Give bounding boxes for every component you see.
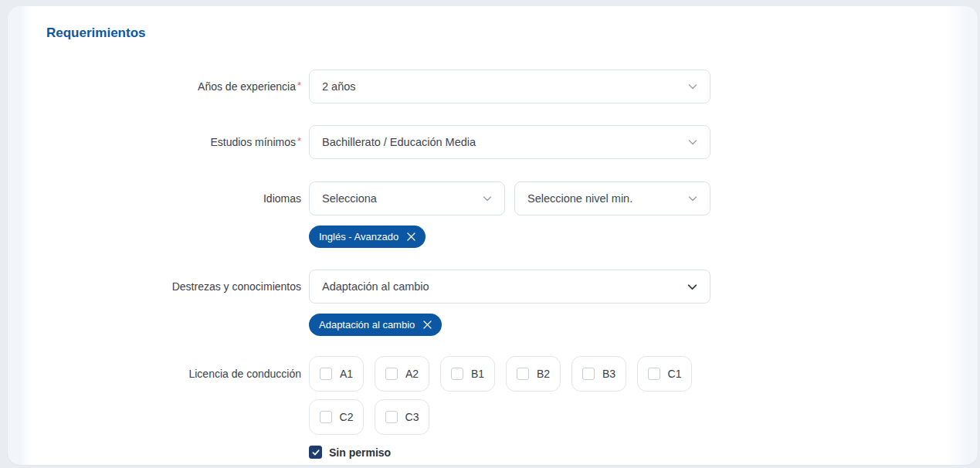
language-level-placeholder: Seleccione nivel min. (527, 192, 632, 205)
checkbox-icon (451, 368, 463, 380)
language-select[interactable]: Selecciona (309, 181, 505, 215)
license-option-b2[interactable]: B2 (506, 356, 561, 392)
checkbox-icon (648, 368, 660, 380)
languages-row: Idiomas Selecciona Seleccione nivel min. (8, 181, 978, 215)
checkbox-icon (517, 368, 529, 380)
skill-tag-label: Adaptación al cambio (319, 314, 415, 336)
experience-select[interactable]: 2 años (309, 70, 710, 103)
skill-tag: Adaptación al cambio (309, 314, 442, 336)
education-value: Bachillerato / Educación Media (322, 136, 476, 148)
license-options-row-2: C2 C3 (309, 399, 978, 435)
license-label: Licencia de conducción (8, 367, 309, 381)
checked-checkbox-icon[interactable] (309, 446, 322, 459)
checkbox-icon (320, 368, 332, 380)
skills-tags: Adaptación al cambio (309, 314, 978, 336)
chevron-down-icon (687, 192, 699, 205)
license-option-c1[interactable]: C1 (637, 356, 692, 392)
license-option-a2[interactable]: A2 (375, 356, 429, 392)
license-option-b3[interactable]: B3 (571, 356, 626, 392)
language-tag: Inglés - Avanzado (309, 226, 426, 248)
requirements-form: Años de experiencia* 2 años Estudios mín… (8, 70, 978, 459)
education-row: Estudios mínimos* Bachillerato / Educaci… (8, 125, 978, 159)
experience-row: Años de experiencia* 2 años (8, 70, 978, 103)
license-option-a1[interactable]: A1 (309, 356, 364, 392)
chevron-down-icon (687, 136, 699, 148)
no-permit-label: Sin permiso (329, 446, 391, 459)
remove-tag-icon[interactable] (422, 319, 433, 331)
language-tag-label: Inglés - Avanzado (319, 226, 398, 248)
language-placeholder: Selecciona (322, 192, 377, 205)
checkbox-icon (582, 368, 595, 380)
experience-value: 2 años (322, 80, 356, 93)
checkbox-icon (385, 411, 398, 423)
checkbox-icon (385, 368, 398, 380)
experience-label: Años de experiencia* (8, 80, 309, 94)
chevron-down-icon (687, 80, 699, 93)
required-asterisk: * (297, 80, 301, 91)
requirements-card: Requerimientos Años de experiencia* 2 añ… (8, 6, 978, 465)
license-option-c3[interactable]: C3 (375, 399, 429, 435)
skills-row: Destrezas y conocimientos Adaptación al … (8, 270, 978, 304)
education-label: Estudios mínimos* (8, 135, 309, 150)
chevron-down-icon (686, 280, 699, 293)
license-option-b1[interactable]: B1 (440, 356, 495, 392)
languages-label: Idiomas (8, 192, 309, 205)
required-asterisk: * (297, 135, 301, 147)
license-option-c2[interactable]: C2 (309, 399, 364, 435)
no-permit-checkbox-row[interactable]: Sin permiso (309, 446, 978, 459)
license-row: Licencia de conducción A1 A2 B1 B2 (8, 356, 978, 392)
section-title: Requerimientos (46, 25, 978, 42)
checkbox-icon (320, 411, 332, 423)
language-tags: Inglés - Avanzado (309, 226, 978, 248)
education-select[interactable]: Bachillerato / Educación Media (309, 125, 710, 159)
license-options-row-1: A1 A2 B1 B2 B3 (309, 356, 692, 392)
language-level-select[interactable]: Seleccione nivel min. (514, 181, 710, 215)
skills-label: Destrezas y conocimientos (8, 280, 309, 293)
skills-value: Adaptación al cambio (322, 280, 429, 293)
chevron-down-icon (481, 192, 493, 205)
skills-select[interactable]: Adaptación al cambio (309, 270, 710, 304)
remove-tag-icon[interactable] (405, 231, 417, 242)
